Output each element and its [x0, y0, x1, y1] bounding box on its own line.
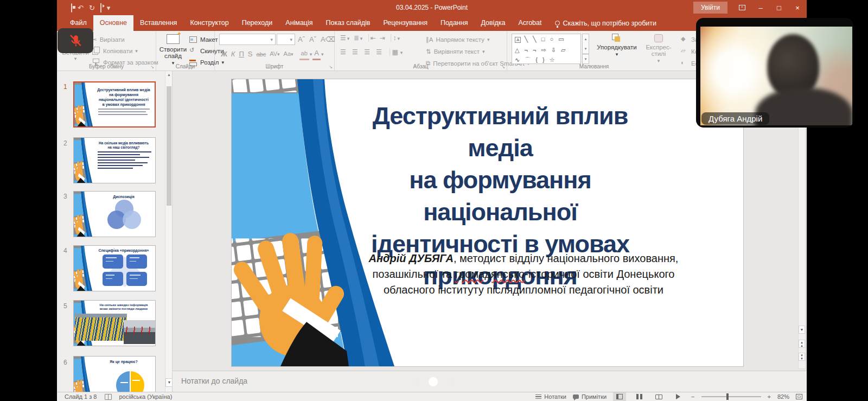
- change-case-button[interactable]: Aa▾: [282, 48, 295, 60]
- slide-sorter-view-button[interactable]: [633, 392, 646, 401]
- columns-button[interactable]: ▦: [392, 48, 400, 56]
- sign-in-button[interactable]: Увійти: [693, 2, 727, 14]
- quad-diagram: [93, 252, 154, 287]
- spellcheck-icon[interactable]: [105, 394, 112, 400]
- shrink-font-button[interactable]: Аˇ: [308, 34, 318, 45]
- thumbnail-scrollbar[interactable]: ▲: [165, 71, 172, 392]
- slide-thumbnail-2[interactable]: На скільки медіа впливають на наш світог…: [73, 137, 156, 183]
- close-button[interactable]: ×: [788, 0, 807, 15]
- tab-design[interactable]: Конструктор: [183, 15, 235, 31]
- shapes-gallery-scroll[interactable]: ▴ ▾ ▾: [582, 34, 589, 64]
- shapes-gallery[interactable]: A ╲ ╲ □ ○ ▭ △ ¬ ¬ ⇨ ⇩ ▱ ∿ ⌒ { } ☆: [512, 34, 581, 64]
- copy-button[interactable]: Копіювати ▾: [92, 45, 158, 56]
- slideshow-view-button[interactable]: [672, 392, 685, 401]
- zoom-slider-thumb[interactable]: [726, 393, 729, 400]
- maximize-button[interactable]: □: [770, 0, 788, 15]
- character-spacing-button[interactable]: AV▾: [268, 48, 281, 60]
- scroll-down-button[interactable]: ▼: [799, 326, 805, 334]
- overlay-page-dots[interactable]: [411, 377, 455, 386]
- scroll-up-icon: ▴: [583, 34, 589, 44]
- font-name-combo[interactable]: ▾: [219, 34, 276, 45]
- dialog-launcher-icon[interactable]: ↘: [329, 65, 333, 69]
- strikethrough-button[interactable]: abc: [254, 49, 267, 60]
- dot-active[interactable]: [429, 377, 438, 386]
- italic-button[interactable]: К: [229, 49, 237, 60]
- bold-button[interactable]: Ж: [219, 49, 229, 60]
- chevron-down-icon[interactable]: ▾: [310, 52, 312, 57]
- tab-acrobat[interactable]: Acrobat: [512, 15, 548, 31]
- justify-button[interactable]: ☰: [376, 48, 384, 56]
- zoom-out-button[interactable]: −: [691, 393, 694, 400]
- normal-view-button[interactable]: [613, 392, 626, 401]
- tab-view[interactable]: Подання: [434, 15, 474, 31]
- quick-styles-button[interactable]: Експрес-стилі ▾: [642, 34, 675, 63]
- tab-transitions[interactable]: Переходи: [235, 15, 279, 31]
- thumb-art: [74, 82, 93, 126]
- strikethrough-icon: abc: [256, 51, 266, 58]
- font-color-icon: A: [314, 49, 319, 57]
- tab-insert[interactable]: Вставлення: [133, 15, 183, 31]
- mic-muted-button[interactable]: [58, 28, 93, 53]
- slide-thumbnail-5[interactable]: На скільки швидко інформація може змінит…: [73, 300, 156, 346]
- tab-home[interactable]: Основне: [93, 15, 133, 31]
- language-indicator[interactable]: російська (Україна): [119, 393, 173, 400]
- arrange-button[interactable]: Упорядкувати ▾: [594, 34, 640, 57]
- zoom-level[interactable]: 82%: [777, 393, 789, 400]
- customize-qat-button[interactable]: ▾: [107, 4, 111, 11]
- ribbon-options-button[interactable]: ^: [733, 0, 751, 15]
- underline-button[interactable]: П: [237, 49, 245, 60]
- tab-review[interactable]: Рецензування: [376, 15, 433, 31]
- text-direction-icon: ∥A: [426, 36, 433, 43]
- text-shadow-button[interactable]: S: [246, 49, 254, 60]
- current-slide[interactable]: Деструктивний вплив медіа на формування …: [232, 79, 743, 366]
- tab-animations[interactable]: Анімація: [279, 15, 319, 31]
- align-center-button[interactable]: ☰: [352, 48, 360, 56]
- comments-toggle[interactable]: Примітки: [573, 393, 607, 400]
- tab-help[interactable]: Довідка: [474, 15, 512, 31]
- tell-me-box[interactable]: Скажіть, що потрібно зробити: [548, 15, 663, 31]
- align-right-button[interactable]: ☰: [364, 48, 372, 56]
- slide-thumbnail-3[interactable]: Диспозиція: [73, 191, 156, 237]
- webcam-tile[interactable]: Дубяга Андрій: [696, 18, 853, 128]
- thumbnail-scroll-down-button[interactable]: ▼: [165, 378, 173, 387]
- new-slide-button[interactable]: Створити слайд ▾: [158, 33, 188, 66]
- decrease-indent-button[interactable]: ⇤: [371, 34, 377, 42]
- scroll-up-arrow[interactable]: ▲: [165, 71, 173, 79]
- chevron-down-icon[interactable]: ▾: [321, 52, 324, 57]
- pie-diagram: [93, 364, 154, 392]
- font-size-combo[interactable]: ▾: [277, 34, 295, 45]
- dialog-launcher-icon[interactable]: ↘: [150, 65, 154, 69]
- minimize-button[interactable]: –: [751, 0, 770, 15]
- start-slideshow-button[interactable]: [100, 4, 101, 11]
- slide-thumbnail-4[interactable]: Специфіка «прикордоння»: [73, 245, 156, 291]
- grow-font-button[interactable]: Аˆ: [296, 34, 307, 45]
- tab-slideshow[interactable]: Показ слайдів: [320, 15, 377, 31]
- zoom-slider[interactable]: [701, 396, 761, 397]
- previous-slide-button[interactable]: ▲▲: [799, 340, 805, 348]
- slide-thumbnail-6[interactable]: Як це працює?: [73, 356, 156, 392]
- dot[interactable]: [411, 377, 420, 386]
- increase-indent-button[interactable]: ⇥: [380, 34, 386, 42]
- next-slide-button[interactable]: ▼▼: [799, 353, 805, 361]
- notes-pane[interactable]: Нотатки до слайда: [173, 371, 807, 392]
- reading-view-button[interactable]: [652, 392, 665, 401]
- align-left-button[interactable]: ☰: [340, 48, 348, 56]
- redo-button[interactable]: ↻: [89, 4, 95, 11]
- dot[interactable]: [446, 377, 455, 386]
- fit-to-window-icon[interactable]: [796, 394, 802, 399]
- tell-me-label: Скажіть, що потрібно зробити: [563, 20, 657, 27]
- dialog-launcher-icon[interactable]: ↘: [501, 65, 505, 69]
- slide-thumbnail-1[interactable]: Деструктивний вплив медіа на формування …: [73, 81, 156, 128]
- slide-subtitle[interactable]: Андрій ДУБЯГА, методист відділу націонал…: [361, 251, 686, 298]
- bullets-button[interactable]: ☰: [340, 34, 347, 42]
- numbering-button[interactable]: ≣: [354, 34, 360, 42]
- zoom-in-button[interactable]: +: [768, 393, 771, 400]
- cut-button[interactable]: ✂ Вирізати: [92, 34, 158, 45]
- notes-toggle[interactable]: Нотатки: [535, 393, 566, 400]
- highlight-color-button[interactable]: ab: [299, 48, 309, 60]
- font-color-button[interactable]: A: [312, 48, 321, 60]
- scrollbar-thumb[interactable]: [167, 86, 171, 206]
- save-button[interactable]: [71, 4, 72, 11]
- undo-button[interactable]: ↶: [78, 4, 84, 11]
- group-label-clipboard: Буфер обміну: [57, 63, 156, 69]
